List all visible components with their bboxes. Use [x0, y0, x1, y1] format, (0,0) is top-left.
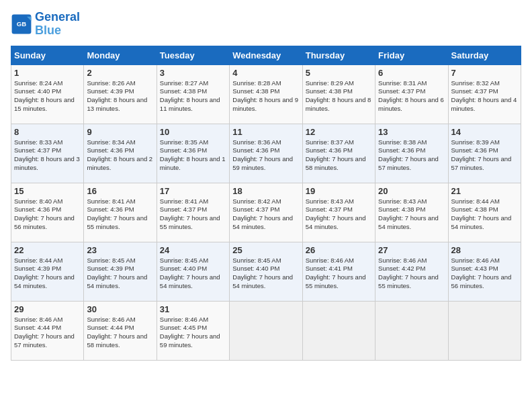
day-header-thursday: Thursday	[302, 46, 375, 64]
day-number: 16	[87, 186, 153, 196]
calendar-cell: 24 Sunrise: 8:45 AM Sunset: 4:40 PM Dayl…	[157, 242, 229, 301]
cell-info: Sunrise: 8:46 AM Sunset: 4:45 PM Dayligh…	[160, 316, 226, 350]
calendar-cell: 11 Sunrise: 8:36 AM Sunset: 4:36 PM Dayl…	[230, 124, 302, 183]
calendar-cell: 9 Sunrise: 8:34 AM Sunset: 4:36 PM Dayli…	[84, 124, 157, 183]
calendar-cell: 5 Sunrise: 8:29 AM Sunset: 4:38 PM Dayli…	[302, 64, 375, 124]
calendar-cell: 14 Sunrise: 8:39 AM Sunset: 4:36 PM Dayl…	[448, 124, 521, 183]
cell-info: Sunrise: 8:29 AM Sunset: 4:38 PM Dayligh…	[306, 79, 372, 113]
day-number: 17	[160, 186, 226, 196]
logo-text: General Blue	[35, 11, 80, 38]
cell-info: Sunrise: 8:45 AM Sunset: 4:40 PM Dayligh…	[232, 257, 299, 291]
cell-info: Sunrise: 8:33 AM Sunset: 4:37 PM Dayligh…	[14, 138, 81, 173]
cell-info: Sunrise: 8:43 AM Sunset: 4:38 PM Dayligh…	[378, 197, 445, 232]
day-number: 1	[14, 68, 81, 78]
day-header-saturday: Saturday	[448, 46, 521, 64]
calendar-header-row: SundayMondayTuesdayWednesdayThursdayFrid…	[11, 46, 521, 64]
calendar-cell: 26 Sunrise: 8:46 AM Sunset: 4:41 PM Dayl…	[302, 242, 375, 301]
calendar-cell	[448, 301, 521, 360]
calendar-cell: 16 Sunrise: 8:41 AM Sunset: 4:36 PM Dayl…	[84, 183, 157, 242]
day-number: 6	[378, 68, 445, 78]
cell-info: Sunrise: 8:26 AM Sunset: 4:39 PM Dayligh…	[87, 79, 153, 113]
day-number: 24	[160, 245, 226, 255]
calendar-cell	[230, 301, 302, 360]
day-number: 7	[451, 68, 518, 78]
calendar-cell: 12 Sunrise: 8:37 AM Sunset: 4:36 PM Dayl…	[302, 124, 375, 183]
calendar-cell: 29 Sunrise: 8:46 AM Sunset: 4:44 PM Dayl…	[11, 301, 84, 360]
calendar-week-4: 22 Sunrise: 8:44 AM Sunset: 4:39 PM Dayl…	[11, 242, 521, 301]
calendar-cell: 27 Sunrise: 8:46 AM Sunset: 4:42 PM Dayl…	[375, 242, 448, 301]
day-number: 12	[306, 127, 372, 137]
calendar-cell: 25 Sunrise: 8:45 AM Sunset: 4:40 PM Dayl…	[230, 242, 302, 301]
cell-info: Sunrise: 8:45 AM Sunset: 4:39 PM Dayligh…	[87, 257, 153, 291]
cell-info: Sunrise: 8:35 AM Sunset: 4:36 PM Dayligh…	[160, 138, 226, 173]
day-number: 5	[306, 68, 372, 78]
cell-info: Sunrise: 8:27 AM Sunset: 4:38 PM Dayligh…	[160, 79, 226, 113]
calendar-cell: 3 Sunrise: 8:27 AM Sunset: 4:38 PM Dayli…	[157, 64, 229, 124]
day-number: 10	[160, 127, 226, 137]
cell-info: Sunrise: 8:46 AM Sunset: 4:44 PM Dayligh…	[87, 316, 153, 350]
calendar-week-1: 1 Sunrise: 8:24 AM Sunset: 4:40 PM Dayli…	[11, 64, 521, 124]
calendar-cell: 8 Sunrise: 8:33 AM Sunset: 4:37 PM Dayli…	[11, 124, 84, 183]
day-number: 9	[87, 127, 153, 137]
cell-info: Sunrise: 8:41 AM Sunset: 4:37 PM Dayligh…	[160, 197, 226, 232]
calendar-cell: 6 Sunrise: 8:31 AM Sunset: 4:37 PM Dayli…	[375, 64, 448, 124]
day-number: 15	[14, 186, 81, 196]
cell-info: Sunrise: 8:32 AM Sunset: 4:37 PM Dayligh…	[451, 79, 518, 113]
calendar-cell: 10 Sunrise: 8:35 AM Sunset: 4:36 PM Dayl…	[157, 124, 229, 183]
cell-info: Sunrise: 8:34 AM Sunset: 4:36 PM Dayligh…	[87, 138, 153, 173]
cell-info: Sunrise: 8:37 AM Sunset: 4:36 PM Dayligh…	[306, 138, 372, 173]
calendar-cell: 19 Sunrise: 8:43 AM Sunset: 4:37 PM Dayl…	[302, 183, 375, 242]
cell-info: Sunrise: 8:46 AM Sunset: 4:44 PM Dayligh…	[14, 316, 81, 350]
day-number: 2	[87, 68, 153, 78]
cell-info: Sunrise: 8:38 AM Sunset: 4:36 PM Dayligh…	[378, 138, 445, 173]
logo-icon: GB	[11, 13, 32, 35]
cell-info: Sunrise: 8:31 AM Sunset: 4:37 PM Dayligh…	[378, 79, 445, 113]
day-header-wednesday: Wednesday	[230, 46, 302, 64]
cell-info: Sunrise: 8:46 AM Sunset: 4:43 PM Dayligh…	[451, 257, 518, 291]
calendar-cell: 31 Sunrise: 8:46 AM Sunset: 4:45 PM Dayl…	[157, 301, 229, 360]
calendar-table: SundayMondayTuesdayWednesdayThursdayFrid…	[11, 46, 521, 361]
day-number: 31	[160, 304, 226, 314]
calendar-week-5: 29 Sunrise: 8:46 AM Sunset: 4:44 PM Dayl…	[11, 301, 521, 360]
day-number: 20	[378, 186, 445, 196]
day-number: 4	[232, 68, 299, 78]
day-number: 11	[232, 127, 299, 137]
day-number: 22	[14, 245, 81, 255]
cell-info: Sunrise: 8:46 AM Sunset: 4:42 PM Dayligh…	[378, 257, 445, 291]
calendar-cell: 2 Sunrise: 8:26 AM Sunset: 4:39 PM Dayli…	[84, 64, 157, 124]
day-number: 23	[87, 245, 153, 255]
day-number: 14	[451, 127, 518, 137]
day-number: 13	[378, 127, 445, 137]
day-number: 27	[378, 245, 445, 255]
calendar-week-2: 8 Sunrise: 8:33 AM Sunset: 4:37 PM Dayli…	[11, 124, 521, 183]
calendar-cell: 15 Sunrise: 8:40 AM Sunset: 4:36 PM Dayl…	[11, 183, 84, 242]
cell-info: Sunrise: 8:40 AM Sunset: 4:36 PM Dayligh…	[14, 197, 81, 232]
cell-info: Sunrise: 8:39 AM Sunset: 4:36 PM Dayligh…	[451, 138, 518, 173]
cell-info: Sunrise: 8:44 AM Sunset: 4:39 PM Dayligh…	[14, 257, 81, 291]
calendar-cell: 21 Sunrise: 8:44 AM Sunset: 4:38 PM Dayl…	[448, 183, 521, 242]
calendar-cell: 20 Sunrise: 8:43 AM Sunset: 4:38 PM Dayl…	[375, 183, 448, 242]
cell-info: Sunrise: 8:46 AM Sunset: 4:41 PM Dayligh…	[306, 257, 372, 291]
day-number: 19	[306, 186, 372, 196]
day-number: 3	[160, 68, 226, 78]
cell-info: Sunrise: 8:41 AM Sunset: 4:36 PM Dayligh…	[87, 197, 153, 232]
calendar-cell: 7 Sunrise: 8:32 AM Sunset: 4:37 PM Dayli…	[448, 64, 521, 124]
page-header: GB General Blue	[11, 11, 521, 38]
calendar-cell: 28 Sunrise: 8:46 AM Sunset: 4:43 PM Dayl…	[448, 242, 521, 301]
calendar-cell: 4 Sunrise: 8:28 AM Sunset: 4:38 PM Dayli…	[230, 64, 302, 124]
calendar-cell: 13 Sunrise: 8:38 AM Sunset: 4:36 PM Dayl…	[375, 124, 448, 183]
calendar-body: 1 Sunrise: 8:24 AM Sunset: 4:40 PM Dayli…	[11, 64, 521, 360]
cell-info: Sunrise: 8:43 AM Sunset: 4:37 PM Dayligh…	[306, 197, 372, 232]
cell-info: Sunrise: 8:28 AM Sunset: 4:38 PM Dayligh…	[232, 79, 299, 113]
calendar-cell: 30 Sunrise: 8:46 AM Sunset: 4:44 PM Dayl…	[84, 301, 157, 360]
cell-info: Sunrise: 8:24 AM Sunset: 4:40 PM Dayligh…	[14, 79, 81, 113]
day-number: 30	[87, 304, 153, 314]
calendar-cell: 18 Sunrise: 8:42 AM Sunset: 4:37 PM Dayl…	[230, 183, 302, 242]
calendar-cell: 17 Sunrise: 8:41 AM Sunset: 4:37 PM Dayl…	[157, 183, 229, 242]
day-number: 26	[306, 245, 372, 255]
day-number: 8	[14, 127, 81, 137]
cell-info: Sunrise: 8:45 AM Sunset: 4:40 PM Dayligh…	[160, 257, 226, 291]
cell-info: Sunrise: 8:42 AM Sunset: 4:37 PM Dayligh…	[232, 197, 299, 232]
day-header-tuesday: Tuesday	[157, 46, 229, 64]
day-number: 21	[451, 186, 518, 196]
